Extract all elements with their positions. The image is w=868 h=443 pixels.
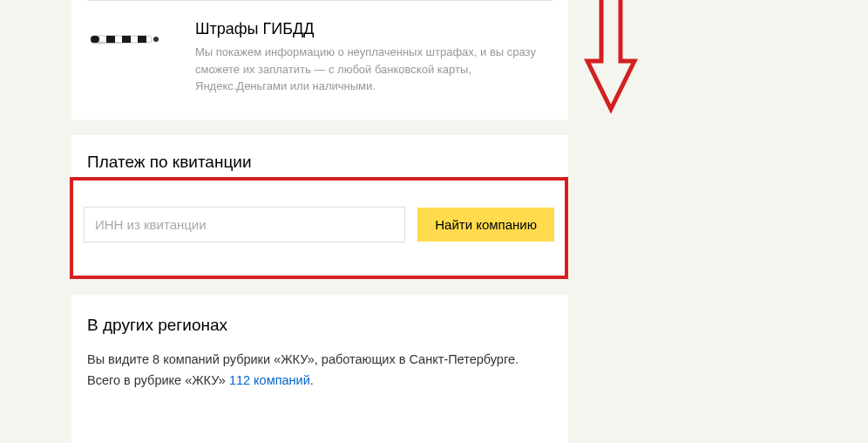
regions-card: В других регионах Вы видите 8 компаний р…: [71, 295, 568, 444]
payment-title: Платеж по квитанции: [87, 153, 568, 172]
find-company-button[interactable]: Найти компанию: [417, 208, 554, 242]
fines-title: Штрафы ГИБДД: [195, 20, 553, 38]
svg-rect-3: [122, 36, 131, 43]
svg-rect-4: [138, 36, 146, 43]
svg-point-5: [153, 37, 159, 42]
fines-content: Штрафы ГИБДД Мы покажем информацию о неу…: [87, 20, 553, 95]
regions-period: .: [310, 373, 314, 387]
regions-line1: Вы видите 8 компаний рубрики «ЖКУ», рабо…: [87, 352, 519, 366]
police-baton-icon: [91, 31, 160, 48]
regions-text: Вы видите 8 компаний рубрики «ЖКУ», рабо…: [87, 349, 553, 392]
regions-line2-prefix: Всего в рубрике «ЖКУ»: [87, 373, 229, 387]
fines-card[interactable]: Штрафы ГИБДД Мы покажем информацию о неу…: [71, 0, 568, 119]
inn-input[interactable]: [84, 207, 405, 242]
highlight-annotation: Найти компанию: [70, 177, 568, 279]
fines-description: Мы покажем информацию о неуплаченных штр…: [195, 44, 553, 95]
divider: [87, 0, 553, 1]
payment-card: Платеж по квитанции Найти компанию: [71, 135, 568, 279]
regions-title: В других регионах: [87, 316, 553, 335]
arrow-down-annotation-icon: [584, 0, 638, 113]
companies-link[interactable]: 112 компаний: [229, 373, 310, 387]
